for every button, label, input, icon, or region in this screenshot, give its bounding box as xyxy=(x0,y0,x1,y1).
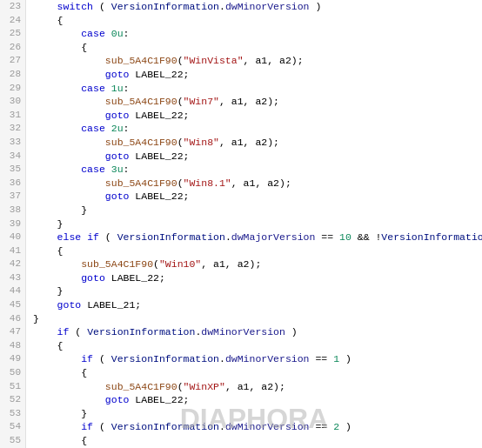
code-line: sub_5A4C1F90("Win8", a1, a2); xyxy=(33,136,482,150)
label-token: LABEL_21 xyxy=(87,299,135,311)
str-token: "Win10" xyxy=(159,258,201,270)
code-line: { xyxy=(33,434,482,448)
plain-token: ( xyxy=(177,381,184,392)
plain-token: ) xyxy=(339,353,351,364)
plain-token: ( xyxy=(177,96,184,107)
line-number: 37 xyxy=(0,190,25,204)
line-number: 51 xyxy=(0,380,25,394)
label-token: LABEL_22 xyxy=(135,150,183,162)
plain-token xyxy=(105,28,111,39)
label-token: LABEL_22 xyxy=(135,394,183,405)
num-token: 0u xyxy=(111,28,124,39)
code-line: goto LABEL_22; xyxy=(33,68,482,82)
line-number: 53 xyxy=(0,407,25,421)
code-line: sub_5A4C1F90("WinVista", a1, a2); xyxy=(33,54,482,68)
kw-token: switch xyxy=(57,1,93,12)
line-number: 23 xyxy=(0,0,25,14)
kw-token: case xyxy=(81,28,105,39)
code-line: } xyxy=(33,284,482,298)
plain-token: ( xyxy=(93,421,111,432)
kw-token: case xyxy=(81,123,105,134)
plain-token xyxy=(105,83,111,94)
code-line: if ( VersionInformation.dwMinorVersion =… xyxy=(33,420,482,434)
code-line: { xyxy=(33,339,482,353)
str-token: "WinVista" xyxy=(184,55,244,66)
line-number: 25 xyxy=(0,27,25,41)
var-token: VersionInformation xyxy=(117,231,225,243)
plain-token: ; xyxy=(184,394,190,405)
code-line: if ( VersionInformation.dwMinorVersion ) xyxy=(33,325,482,339)
plain-token: ; xyxy=(135,299,141,311)
code-line: } xyxy=(33,204,482,217)
kw-token: if xyxy=(81,421,93,432)
fn-token: sub_5A4C1F90 xyxy=(105,177,177,189)
code-line: case 1u: xyxy=(33,82,482,96)
code-line: { xyxy=(33,366,482,380)
plain-token: , a1, a2); xyxy=(231,177,291,189)
code-line: else if ( VersionInformation.dwMajorVers… xyxy=(33,231,482,244)
line-number: 41 xyxy=(0,244,25,258)
code-line: { xyxy=(33,244,482,258)
var-token: VersionInformation xyxy=(111,353,219,364)
plain-token: } xyxy=(57,218,64,230)
line-number: 29 xyxy=(0,82,25,96)
field-token: dwMinorVersion xyxy=(201,326,285,338)
plain-token: : xyxy=(124,28,130,39)
kw-token: case xyxy=(81,164,105,175)
code-line: sub_5A4C1F90("Win7", a1, a2); xyxy=(33,95,482,109)
num-token: 1u xyxy=(111,83,124,94)
line-number: 54 xyxy=(0,420,25,434)
plain-token: ( xyxy=(177,137,184,148)
plain-token: ) xyxy=(310,1,322,12)
kw-token: goto xyxy=(105,150,130,162)
plain-token: : xyxy=(124,123,130,134)
line-number: 38 xyxy=(0,204,25,217)
line-number: 43 xyxy=(0,271,25,285)
code-line: switch ( VersionInformation.dwMinorVersi… xyxy=(33,0,482,14)
kw-token: else xyxy=(57,231,82,243)
line-number: 28 xyxy=(0,68,25,82)
plain-token: , a1, a2); xyxy=(225,381,285,392)
plain-token: ( xyxy=(93,1,111,12)
code-content-area[interactable]: DIAPHORA switch ( VersionInformation.dwM… xyxy=(26,0,482,448)
field-token: dwMinorVersion xyxy=(225,353,310,364)
kw-token: goto xyxy=(105,191,130,202)
code-editor: 2324252627282930313233343536373839404142… xyxy=(0,0,482,448)
label-token: LABEL_22 xyxy=(111,272,159,284)
plain-token: , a1, a2); xyxy=(219,137,279,148)
line-number: 32 xyxy=(0,122,25,136)
fn-token: sub_5A4C1F90 xyxy=(105,96,177,107)
plain-token: == xyxy=(310,353,334,364)
line-number: 44 xyxy=(0,284,25,298)
line-number: 46 xyxy=(0,312,25,326)
code-line: sub_5A4C1F90("WinXP", a1, a2); xyxy=(33,380,482,394)
label-token: LABEL_22 xyxy=(135,110,183,121)
fn-token: sub_5A4C1F90 xyxy=(81,258,153,270)
line-number: 55 xyxy=(0,434,25,448)
line-number: 49 xyxy=(0,352,25,366)
code-line: if ( VersionInformation.dwMinorVersion =… xyxy=(33,352,482,366)
str-token: "Win7" xyxy=(184,96,219,107)
var-token: VersionInformation xyxy=(381,231,482,243)
line-number: 27 xyxy=(0,54,25,68)
plain-token: . xyxy=(219,353,225,364)
label-token: LABEL_22 xyxy=(135,191,183,202)
plain-token: ) xyxy=(339,421,351,432)
plain-token: } xyxy=(57,285,64,297)
num-token: 3u xyxy=(111,164,124,175)
code-line: sub_5A4C1F90("Win10", a1, a2); xyxy=(33,257,482,271)
num-token: 1 xyxy=(333,353,339,364)
num-token: 10 xyxy=(339,231,351,243)
line-number: 33 xyxy=(0,136,25,150)
var-token: VersionInformation xyxy=(87,326,195,338)
plain-token: { xyxy=(57,15,64,26)
code-line: case 0u: xyxy=(33,27,482,41)
line-number: 35 xyxy=(0,163,25,177)
plain-token: } xyxy=(81,408,87,419)
str-token: "Win8.1" xyxy=(184,177,231,189)
plain-token: , a1, a2); xyxy=(219,96,279,107)
plain-token: == xyxy=(310,421,334,432)
plain-token: { xyxy=(81,367,87,378)
code-line: { xyxy=(33,41,482,55)
plain-token: { xyxy=(57,340,64,351)
